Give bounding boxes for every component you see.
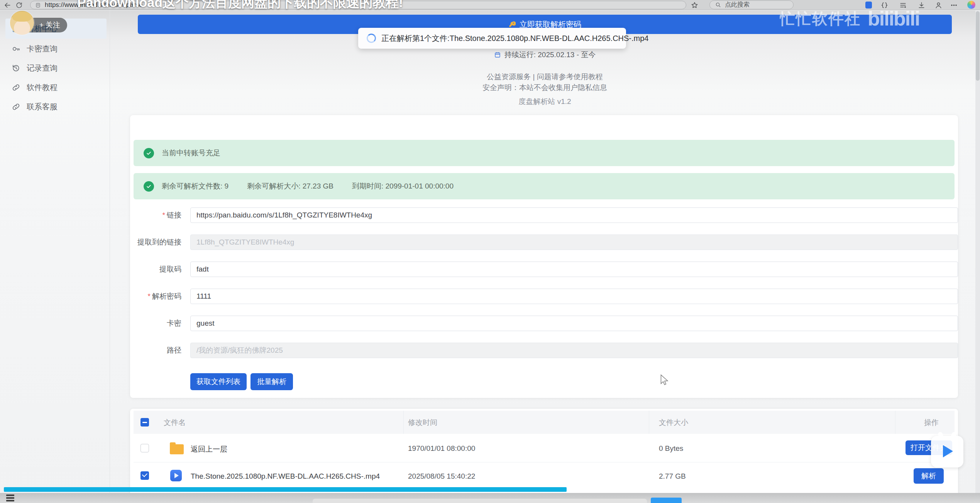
video-progress-bar[interactable] bbox=[4, 487, 567, 492]
extract-code-label: 提取码 bbox=[130, 265, 181, 274]
key-icon bbox=[12, 44, 20, 53]
card-key-input[interactable] bbox=[190, 316, 958, 331]
watermark-text: 忙忙软件社 bbox=[780, 8, 861, 29]
required-mark: * bbox=[148, 292, 151, 300]
check-circle-icon bbox=[144, 181, 154, 192]
col-header-action: 操作 bbox=[924, 418, 939, 428]
parse-button[interactable]: 解析 bbox=[914, 468, 944, 484]
alert-text: 当前中转账号充足 bbox=[162, 148, 220, 158]
col-header-mtime: 修改时间 bbox=[408, 418, 437, 428]
link-icon bbox=[12, 102, 20, 111]
watermark: 忙忙软件社 bilibili bbox=[780, 6, 980, 31]
quota-status-alert: 剩余可解析文件数: 9 剩余可解析大小: 27.23 GB 到期时间: 2099… bbox=[134, 173, 955, 199]
sidebar-item-label: 联系客服 bbox=[27, 102, 58, 112]
folder-icon bbox=[170, 444, 184, 454]
favorite-star-icon[interactable] bbox=[690, 1, 699, 9]
path-label: 路径 bbox=[130, 346, 181, 355]
sidebar-item-card-key-query[interactable]: 卡密查询 bbox=[5, 40, 107, 58]
row-checkbox[interactable] bbox=[140, 471, 149, 480]
parsing-toast: 正在解析第1个文件:The.Stone.2025.1080p.NF.WEB-DL… bbox=[358, 28, 626, 49]
card-key-label: 卡密 bbox=[130, 319, 181, 328]
screen: https://www.innibd.site/user/parse 点此搜索 bbox=[0, 0, 980, 503]
check-circle-icon bbox=[144, 148, 154, 158]
sidebar-item-label: 记录查询 bbox=[27, 63, 58, 73]
uptime-text: 持续运行: 2025.02.13 - 至今 bbox=[504, 50, 596, 60]
refresh-icon[interactable] bbox=[15, 1, 23, 9]
bilibili-logo: bilibili bbox=[868, 7, 919, 30]
col-header-name: 文件名 bbox=[164, 418, 186, 428]
parse-password-input[interactable] bbox=[190, 289, 958, 304]
play-icon bbox=[943, 445, 953, 457]
table-row: 返回上一层 1970/01/01 08:00:00 0 Bytes 打开文件夹 bbox=[134, 434, 955, 462]
follow-label: + 关注 bbox=[39, 20, 60, 30]
mouse-cursor bbox=[658, 374, 670, 386]
sidebar: 解析中心 卡密查询 记录查询 软件教程 联系客服 bbox=[0, 10, 110, 503]
link-input[interactable] bbox=[190, 207, 958, 223]
video-title-overlay: Pandownload这个方法百度网盘的下载的不限速的教程! bbox=[77, 0, 403, 12]
browser-scrollbar[interactable] bbox=[975, 10, 980, 503]
table-header: 文件名 修改时间 文件大小 操作 bbox=[134, 411, 955, 434]
calendar-icon bbox=[494, 51, 501, 58]
sidebar-item-label: 软件教程 bbox=[27, 82, 58, 93]
toast-text: 正在解析第1个文件:The.Stone.2025.1080p.NF.WEB-DL… bbox=[381, 33, 648, 44]
history-icon bbox=[12, 64, 20, 73]
extracted-link-input[interactable] bbox=[190, 235, 958, 250]
uptime-line: 持续运行: 2025.02.13 - 至今 bbox=[138, 50, 952, 60]
info-line-1: 公益资源服务 | 问题请参考使用教程 bbox=[138, 72, 952, 82]
player-control-bar bbox=[313, 499, 647, 503]
sidebar-item-record-query[interactable]: 记录查询 bbox=[5, 59, 107, 77]
row-checkbox[interactable] bbox=[140, 444, 149, 452]
parse-form-card: 当前中转账号充足 剩余可解析文件数: 9 剩余可解析大小: 27.23 GB 到… bbox=[130, 115, 958, 398]
search-icon bbox=[715, 2, 721, 8]
file-name[interactable]: The.Stone.2025.1080p.NF.WEB-DL.AAC.H265.… bbox=[191, 472, 380, 481]
video-file-icon bbox=[170, 470, 182, 481]
player-control-accent bbox=[651, 498, 682, 503]
sidebar-item-contact-support[interactable]: 联系客服 bbox=[5, 98, 107, 116]
select-all-checkbox[interactable] bbox=[140, 418, 149, 427]
parse-password-label: *解析密码 bbox=[130, 292, 181, 301]
link-label: *链接 bbox=[130, 211, 181, 220]
page-info-icon bbox=[35, 2, 41, 8]
link-icon bbox=[12, 83, 20, 92]
info-line-2: 安全声明：本站不会收集用户隐私信息 bbox=[138, 83, 952, 93]
account-status-alert: 当前中转账号充足 bbox=[134, 140, 955, 166]
quota-expiry: 到期时间: 2099-01-01 00:00:00 bbox=[352, 181, 454, 191]
path-input[interactable] bbox=[190, 343, 958, 358]
search-placeholder: 点此搜索 bbox=[725, 1, 750, 9]
col-header-size: 文件大小 bbox=[659, 418, 688, 428]
file-name[interactable]: 返回上一层 bbox=[191, 444, 227, 454]
back-icon[interactable] bbox=[3, 1, 12, 9]
quota-size: 剩余可解析大小: 27.23 GB bbox=[247, 181, 333, 191]
required-mark: * bbox=[162, 211, 165, 219]
extract-code-input[interactable] bbox=[190, 262, 958, 277]
menu-icon[interactable] bbox=[6, 495, 15, 502]
loading-spinner-icon bbox=[367, 34, 376, 43]
sidebar-item-label: 卡密查询 bbox=[27, 44, 58, 54]
file-size: 2.77 GB bbox=[659, 472, 686, 481]
sidebar-item-software-tutorial[interactable]: 软件教程 bbox=[5, 78, 107, 96]
quota-files: 剩余可解析文件数: 9 bbox=[162, 181, 228, 191]
file-mtime: 2025/08/05 15:40:22 bbox=[408, 472, 475, 481]
key-icon bbox=[508, 21, 516, 28]
file-size: 0 Bytes bbox=[659, 444, 683, 453]
batch-parse-button[interactable]: 批量解析 bbox=[251, 373, 293, 390]
site-version: 度盘解析站 v1.2 bbox=[138, 97, 952, 107]
extracted-link-label: 提取到的链接 bbox=[130, 238, 181, 247]
get-file-list-button[interactable]: 获取文件列表 bbox=[190, 373, 247, 390]
uploader-avatar[interactable] bbox=[10, 11, 34, 35]
play-button-overlay[interactable] bbox=[931, 436, 963, 467]
file-mtime: 1970/01/01 08:00:00 bbox=[408, 444, 475, 453]
